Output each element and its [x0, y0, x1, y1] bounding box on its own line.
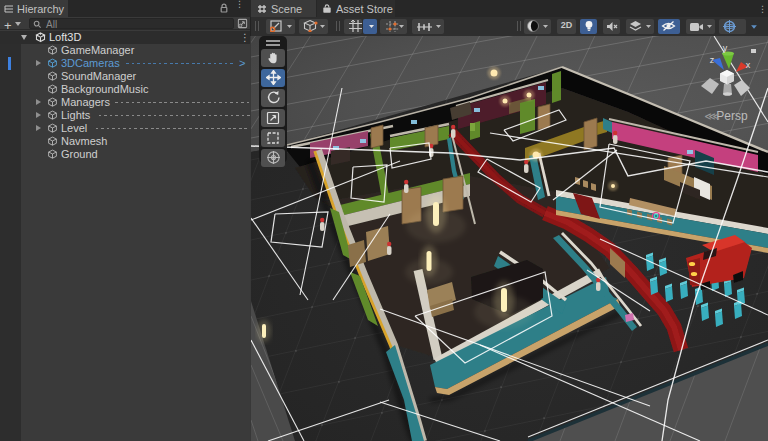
svg-text:y: y: [723, 43, 728, 53]
svg-text:Persp: Persp: [716, 109, 748, 123]
svg-text:⋘: ⋘: [704, 110, 720, 122]
svg-text:x: x: [746, 60, 751, 70]
svg-text:z: z: [710, 55, 715, 65]
